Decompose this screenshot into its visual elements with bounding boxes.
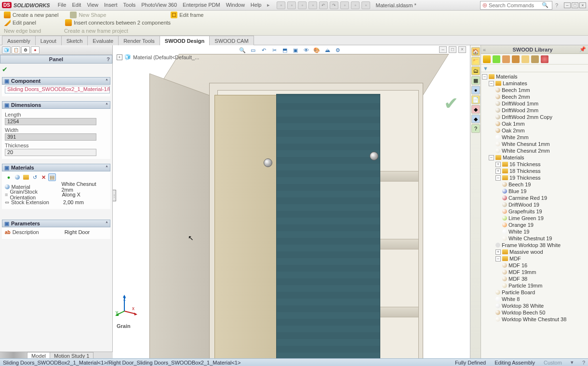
forum-tab-icon[interactable]: ? [471,124,480,133]
menu-edit[interactable]: Edit [72,2,81,8]
tree-item[interactable]: MDF 19mm [502,269,587,275]
qat-options-icon[interactable]: ▫ [361,1,370,9]
tree-item[interactable]: MDF 38 [502,275,587,282]
lib-connectors-icon[interactable] [541,55,548,63]
expand-icon[interactable]: + [495,249,501,255]
btn-edit-panel[interactable]: Edit panel [4,19,36,26]
view-palette-tab-icon[interactable]: ▦ [471,76,480,85]
tree-root[interactable]: –Materials [482,73,587,80]
lib-edgebands-icon[interactable] [493,55,500,63]
tree-laminates[interactable]: –Laminates [489,80,587,87]
graphics-viewport[interactable]: 🔍 ▭ ↶ ✂ ⬒ ▣ 👁 🎨 ⛰ ⚙ – □ × + 🧊 Material (… [113,45,470,359]
custom-props-tab-icon[interactable]: 📄 [471,95,480,104]
panel-help-icon[interactable]: ? [107,56,110,62]
btn-new-shape[interactable]: New Shape [70,12,106,18]
swood-tab-icon[interactable]: ◆ [471,105,480,114]
qat-print-icon[interactable]: ▫ [308,1,317,9]
pin-pane-icon[interactable]: 📌 [579,46,586,52]
minimize-icon[interactable]: – [564,2,571,8]
qat-open-icon[interactable]: ▫ [287,1,296,9]
stock-extension-row[interactable]: ⇔Stock Extension2,00 mm [5,198,107,206]
grain-icon[interactable]: ▤ [48,173,56,181]
length-field[interactable]: 1254 [5,118,96,125]
tree-thk19[interactable]: –19 Thickness [495,174,587,181]
hide-show-icon[interactable]: 👁 [302,46,310,54]
thickness-field[interactable]: 20 [5,149,96,156]
appearance-tab-icon[interactable]: ● [31,46,40,54]
tab-sketch[interactable]: Sketch [61,36,88,45]
chevron-up-icon[interactable]: ˄ [106,78,108,84]
menu-tools[interactable]: Tools [123,2,136,8]
tree-item[interactable]: Frame Worktop 38 White [495,242,587,248]
qat-new-icon[interactable]: ▫ [277,1,285,9]
tab-layout[interactable]: Layout [35,36,62,45]
tree-item[interactable]: Particle Board [495,289,587,296]
prev-view-icon[interactable]: ↶ [259,46,268,54]
section-dimensions[interactable]: ▣ Dimensions ˄ [2,101,110,109]
tree-item[interactable]: Carmine Red 19 [502,195,587,201]
tree-item[interactable]: Worktop 38 White [495,302,587,309]
tree-mdf[interactable]: –MDF [495,255,587,262]
tree-item[interactable]: White Chesnut 1mm [495,141,587,147]
delete-material-icon[interactable]: ✕ [40,173,47,181]
tree-item[interactable]: Beech 1mm [495,87,587,93]
btn-insert-connectors[interactable]: Insert connectors between 2 components [65,19,171,26]
tree-item[interactable]: DriftWood 1mm [495,100,587,107]
section-view-icon[interactable]: ✂ [270,46,279,54]
tab-swood-design[interactable]: SWOOD Design [160,36,210,45]
menu-insert[interactable]: Insert [104,2,118,8]
help-icon[interactable]: ? [555,2,558,8]
ok-button[interactable]: ✔ [0,64,112,75]
status-custom[interactable]: Custom [544,360,562,366]
menu-window[interactable]: Window [226,2,245,8]
vp-close-icon[interactable]: × [458,46,466,53]
close-icon[interactable]: × [579,2,586,8]
tree-item[interactable]: White 8 [495,296,587,302]
tree-item[interactable]: DriftWood 19 [502,201,587,208]
view-settings-icon[interactable]: ⚙ [334,46,342,54]
appearance-icon[interactable]: 🎨 [312,46,321,54]
tree-materials[interactable]: –Materials [489,154,587,161]
btn-create-panel[interactable]: Create a new panel [4,12,58,18]
width-field[interactable]: 391 [5,133,96,141]
description-row[interactable]: abDescriptionRight Door [5,228,107,236]
material-folder-icon[interactable] [22,173,30,181]
tree-item[interactable]: Lime Green 19 [502,215,587,222]
component-selection[interactable]: Sliding Doors_SWOODBox2_1_Material-1/Rig… [5,86,110,93]
confirm-corner-icon[interactable]: ✔ [444,93,458,114]
expand-tree-icon[interactable]: + [117,54,122,60]
search-icon[interactable]: 🔍 [542,2,548,8]
expand-icon[interactable]: + [495,162,501,167]
resources-tab-icon[interactable]: 🏠 [471,47,480,56]
library-filter[interactable]: ▼ [481,65,588,72]
menu-view[interactable]: View [87,2,98,8]
tree-item[interactable]: DriftWood 2mm Copy [495,114,587,120]
tree-item[interactable]: Orange 19 [502,222,587,228]
tree-item[interactable]: Beech 19 [502,181,587,188]
qat-rebuild-icon[interactable]: ▫ [351,1,360,9]
collapse-icon[interactable]: – [489,81,494,86]
lib-materials-icon[interactable] [483,55,491,63]
qat-undo-icon[interactable]: ↶ [319,1,328,9]
collapse-icon[interactable]: – [495,175,501,181]
lib-profiles-icon[interactable] [521,55,529,63]
collapse-icon[interactable]: – [482,74,487,79]
vp-min-icon[interactable]: – [439,46,447,53]
tree-item[interactable]: White Chesnut 2mm [495,147,587,154]
qat-save-icon[interactable]: ▫ [298,1,307,9]
swap-icon[interactable]: ↺ [31,173,39,181]
vp-max-icon[interactable]: □ [449,46,456,53]
tree-item[interactable]: Particle 19mm [502,282,587,289]
btn-edit-frame[interactable]: Edit frame [171,12,203,18]
tree-massive-wood[interactable]: +Massive wood [495,248,587,255]
file-explorer-tab-icon[interactable]: 🗂 [471,66,480,75]
tree-item[interactable]: White 2mm [495,134,587,141]
tree-item[interactable]: MDF 16 [502,262,587,269]
section-component[interactable]: ▣ Component ˄ [2,77,110,85]
zoom-fit-icon[interactable]: 🔍 [238,46,247,54]
lib-boxes-icon[interactable] [531,55,539,63]
collapse-icon[interactable]: – [489,155,494,160]
tree-item[interactable]: White Chestnut 19 [502,235,587,242]
qat-select-icon[interactable]: ▫ [340,1,349,9]
btn-new-edge-band[interactable]: New edge band [4,28,41,34]
